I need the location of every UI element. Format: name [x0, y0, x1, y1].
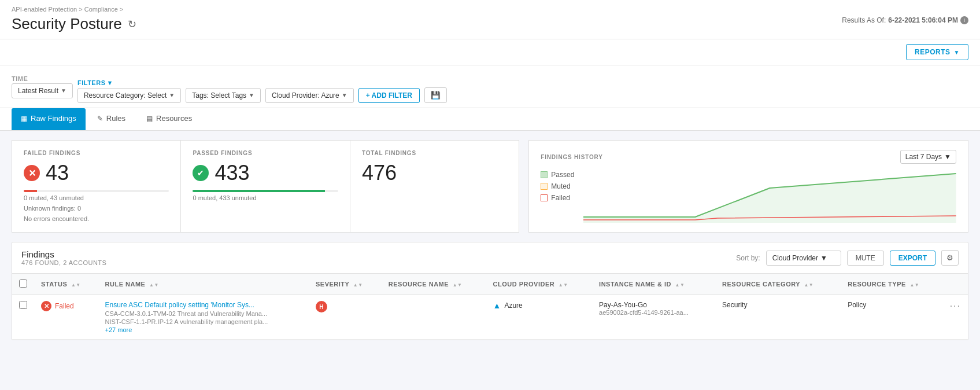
- toolbar: REPORTS ▼: [0, 39, 980, 65]
- col-cloud-provider: CLOUD PROVIDER ▲▼: [486, 274, 593, 295]
- chevron-down-icon: ▼: [249, 92, 254, 98]
- sort-arrows-severity[interactable]: ▲▼: [353, 283, 363, 288]
- save-icon: 💾: [431, 91, 441, 100]
- grid-icon: ▦: [21, 115, 27, 123]
- chevron-down-icon: ▼: [954, 49, 960, 56]
- sort-arrows-status[interactable]: ▲▼: [71, 283, 81, 288]
- col-rule-name: RULE NAME ▲▼: [98, 274, 309, 295]
- findings-chart: [583, 171, 956, 223]
- col-status: STATUS ▲▼: [34, 274, 98, 295]
- cloud-provider-cell: ▲ Azure: [493, 301, 586, 310]
- col-severity: SEVERITY ▲▼: [309, 274, 382, 295]
- tabs-bar: ▦ Raw Findings ✎ Rules ▤ Resources: [0, 108, 980, 131]
- sort-arrows-instance[interactable]: ▲▼: [675, 283, 685, 288]
- resource-category-select[interactable]: Resource Category: Select ▼: [77, 88, 181, 103]
- resources-icon: ▤: [146, 115, 153, 123]
- findings-section: Findings 476 FOUND, 2 ACCOUNTS Sort by: …: [12, 242, 968, 340]
- failed-swatch: [541, 194, 548, 201]
- chevron-down-icon: ▼: [944, 153, 951, 161]
- results-as-of: Results As Of: 6-22-2021 5:06:04 PM i: [842, 16, 968, 24]
- findings-table: STATUS ▲▼ RULE NAME ▲▼ SEVERITY ▲▼ RES: [12, 274, 968, 340]
- sort-by-label: Sort by:: [736, 254, 760, 262]
- time-label: TIME: [12, 75, 73, 82]
- mute-button[interactable]: MUTE: [847, 251, 884, 266]
- failed-findings-card: FAILED FINDINGS ✕ 43 0 muted, 43 unmuted…: [12, 140, 181, 233]
- chevron-down-icon: ▼: [342, 92, 347, 98]
- sort-arrows-type[interactable]: ▲▼: [909, 283, 919, 288]
- refresh-icon[interactable]: ↻: [128, 18, 136, 31]
- severity-icon: H: [316, 301, 327, 312]
- filter-bar: TIME Latest Result ▼ FILTERS ▼ Resource …: [0, 65, 980, 108]
- sort-arrows-category[interactable]: ▲▼: [804, 283, 813, 288]
- instance-id-cell: ae59002a-cfd5-4149-9261-aa...: [599, 309, 708, 316]
- status-cell: ✕ Failed: [41, 301, 91, 311]
- settings-icon: ⚙: [946, 253, 953, 262]
- passed-swatch: [541, 171, 548, 178]
- azure-icon: ▲: [493, 301, 501, 310]
- rules-icon: ✎: [97, 115, 103, 123]
- history-period-select[interactable]: Last 7 Days ▼: [900, 150, 956, 164]
- breadcrumb: API-enabled Protection > Compliance >: [12, 6, 968, 13]
- more-rules-link[interactable]: +27 more: [105, 326, 302, 333]
- tab-raw-findings[interactable]: ▦ Raw Findings: [12, 108, 86, 130]
- findings-count: 476 FOUND, 2 ACCOUNTS: [21, 259, 106, 266]
- row-more-button[interactable]: ···: [950, 301, 961, 311]
- cloud-provider-select[interactable]: Cloud Provider: Azure ▼: [265, 88, 354, 103]
- sort-arrows-rule[interactable]: ▲▼: [149, 283, 159, 288]
- sort-arrows-resource[interactable]: ▲▼: [453, 283, 463, 288]
- chart-legend: Passed Muted Failed: [541, 171, 574, 218]
- instance-name-cell: Pay-As-You-Go: [599, 301, 708, 309]
- svg-marker-0: [583, 174, 956, 223]
- row-checkbox[interactable]: [19, 301, 27, 309]
- tab-resources[interactable]: ▤ Resources: [137, 108, 201, 130]
- resource-category-cell: Security: [715, 295, 841, 340]
- status-fail-icon: ✕: [41, 301, 51, 311]
- passed-findings-card: PASSED FINDINGS ✔ 433 0 muted, 433 unmut…: [181, 140, 350, 233]
- total-findings-card: TOTAL FINDINGS 476: [350, 140, 519, 233]
- select-all-checkbox[interactable]: [19, 279, 27, 288]
- reports-button[interactable]: REPORTS ▼: [906, 44, 968, 60]
- page-title: Security Posture ↻: [12, 15, 968, 39]
- tags-select[interactable]: Tags: Select Tags ▼: [186, 88, 261, 103]
- chart-svg: [583, 171, 956, 223]
- pass-icon: ✔: [193, 165, 209, 181]
- sort-arrows-cloud[interactable]: ▲▼: [559, 283, 568, 288]
- chevron-down-icon: ▼: [106, 79, 113, 86]
- fail-icon: ✕: [24, 165, 40, 181]
- filters-label[interactable]: FILTERS ▼: [77, 79, 447, 86]
- col-instance-name: INSTANCE NAME & ID ▲▼: [592, 274, 715, 295]
- rule-name-cell[interactable]: Ensure ASC Default policy setting 'Monit…: [105, 301, 302, 309]
- save-filter-button[interactable]: 💾: [424, 87, 447, 103]
- col-resource-type: RESOURCE TYPE ▲▼: [841, 274, 942, 295]
- chevron-down-icon: ▼: [169, 92, 175, 98]
- add-filter-button[interactable]: + ADD FILTER: [358, 88, 420, 103]
- col-resource-name: RESOURCE NAME ▲▼: [382, 274, 486, 295]
- export-button[interactable]: EXPORT: [890, 251, 935, 266]
- tab-rules[interactable]: ✎ Rules: [88, 108, 135, 130]
- chevron-down-icon: ▼: [61, 87, 66, 94]
- chevron-down-icon: ▼: [820, 254, 827, 262]
- table-row: ✕ Failed Ensure ASC Default policy setti…: [12, 295, 968, 340]
- resource-type-cell: Policy: [841, 295, 942, 340]
- latest-result-select[interactable]: Latest Result ▼: [12, 83, 73, 98]
- muted-swatch: [541, 183, 548, 190]
- col-resource-category: RESOURCE CATEGORY ▲▼: [715, 274, 841, 295]
- info-icon[interactable]: i: [960, 16, 968, 24]
- findings-history-card: FINDINGS HISTORY Last 7 Days ▼ Passed: [528, 140, 968, 233]
- sort-dropdown[interactable]: Cloud Provider ▼: [766, 251, 841, 266]
- resource-name-cell: [382, 295, 486, 340]
- findings-title: Findings: [21, 249, 106, 259]
- settings-button[interactable]: ⚙: [941, 250, 959, 266]
